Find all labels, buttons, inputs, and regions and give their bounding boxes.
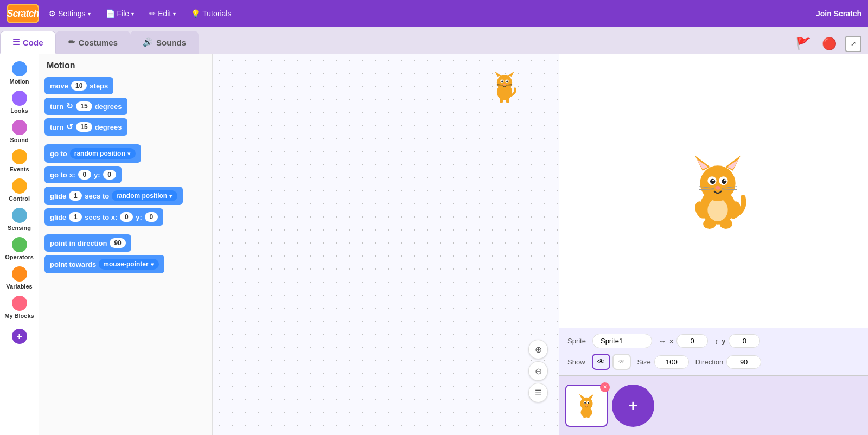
code-area[interactable]: ⊕ ⊖ ☰: [213, 54, 559, 435]
categories-sidebar: Motion Looks Sound Events Control Sensin…: [0, 54, 39, 435]
control-color-dot: [12, 178, 27, 194]
motion-label: Motion: [9, 78, 29, 85]
y-coord-group: ↕ y: [714, 334, 760, 348]
block-glide-xy[interactable]: glide 1 secs to x: 0 y: 0: [44, 208, 163, 226]
edit-menu[interactable]: ✏ Edit ▾: [144, 6, 181, 21]
block-goto-random[interactable]: go to random position: [44, 144, 141, 163]
tab-sounds[interactable]: 🔊 Sounds: [130, 31, 199, 54]
file-menu[interactable]: 📄 File ▾: [100, 6, 140, 21]
x-input[interactable]: [676, 334, 708, 348]
block-row-glide-xy: glide 1 secs to x: 0 y: 0: [44, 208, 207, 226]
size-input[interactable]: [654, 355, 689, 369]
direction-group: Direction: [695, 355, 761, 369]
zoom-in-button[interactable]: ⊕: [528, 340, 548, 359]
y-arrow-icon: ↕: [714, 337, 718, 346]
block-move-steps[interactable]: move 10 steps: [44, 77, 113, 94]
tutorials-btn[interactable]: 💡 Tutorials: [186, 6, 237, 21]
block-glide-random[interactable]: glide 1 secs to random position: [44, 187, 183, 205]
block-turn-left[interactable]: turn ↺ 15 degrees: [44, 118, 127, 136]
block-turn-right[interactable]: turn ↻ 15 degrees: [44, 98, 127, 115]
right-panel: Sprite ↔ x ↕ y Show 👁 👁: [559, 54, 868, 435]
svg-point-27: [724, 179, 726, 181]
stage-controls: 🚩 🔴 ⤢: [199, 34, 868, 54]
svg-point-17: [700, 165, 735, 201]
green-flag-button[interactable]: 🚩: [793, 34, 813, 54]
add-extension-icon: +: [12, 329, 27, 344]
tutorials-icon: 💡: [191, 9, 200, 18]
show-hidden-button[interactable]: 👁: [612, 354, 631, 370]
y-input[interactable]: [729, 334, 760, 348]
sidebar-item-control[interactable]: Control: [2, 176, 37, 204]
sidebar-item-sound[interactable]: Sound: [2, 117, 37, 145]
svg-point-28: [715, 186, 720, 190]
sprite-in-code-area: [487, 69, 522, 106]
fit-button[interactable]: ☰: [528, 383, 548, 402]
svg-point-35: [703, 219, 716, 229]
sprite-thumb-cat-svg: [573, 393, 599, 419]
variables-label: Variables: [6, 283, 32, 290]
operators-color-dot: [12, 237, 27, 252]
block-point-towards[interactable]: point towards mouse-pointer: [44, 255, 164, 273]
svg-rect-10: [506, 99, 509, 103]
main-layout: Motion Looks Sound Events Control Sensin…: [0, 54, 868, 435]
join-scratch-btn[interactable]: Join Scratch: [816, 9, 861, 18]
y-label: y: [722, 337, 725, 345]
file-icon: 📄: [106, 9, 115, 18]
scratch-logo[interactable]: Scratch: [7, 4, 39, 23]
svg-point-7: [506, 80, 508, 82]
sprite-name-row: Sprite ↔ x ↕ y: [567, 334, 859, 348]
zoom-controls: ⊕ ⊖ ☰: [528, 340, 548, 402]
tab-costumes[interactable]: ✏ Costumes: [56, 31, 131, 54]
fit-icon: ☰: [535, 388, 542, 397]
block-goto-xy[interactable]: go to x: 0 y: 0: [44, 166, 122, 183]
sidebar-item-events[interactable]: Events: [2, 146, 37, 175]
add-extension-btn[interactable]: +: [2, 322, 37, 350]
sidebar-item-myblocks[interactable]: My Blocks: [2, 293, 37, 321]
scratch-cat-small: [487, 69, 522, 104]
block-row-glide-random: glide 1 secs to random position: [44, 187, 207, 205]
svg-point-45: [586, 405, 588, 406]
svg-point-1: [497, 75, 512, 90]
direction-label: Direction: [695, 358, 723, 366]
stage-cat: [680, 153, 756, 229]
events-label: Events: [9, 166, 29, 172]
costume-icon: ✏: [68, 37, 75, 47]
sidebar-item-operators[interactable]: Operators: [2, 234, 37, 263]
show-visible-button[interactable]: 👁: [592, 354, 610, 370]
block-row-goto-xy: go to x: 0 y: 0: [44, 166, 207, 183]
blocks-category-title: Motion: [44, 61, 207, 71]
block-point-direction[interactable]: point in direction 90: [44, 234, 131, 252]
sprite-thumbnail-1[interactable]: ✕: [565, 385, 608, 427]
sidebar-item-variables[interactable]: Variables: [2, 264, 37, 292]
svg-point-26: [712, 179, 714, 181]
motion-color-dot: [12, 61, 27, 76]
svg-point-16: [707, 199, 727, 221]
sidebar-item-motion[interactable]: Motion: [2, 59, 37, 87]
fullscreen-button[interactable]: ⤢: [845, 36, 861, 52]
sensing-color-dot: [12, 208, 27, 223]
events-color-dot: [12, 149, 27, 164]
zoom-out-button[interactable]: ⊖: [528, 361, 548, 381]
settings-chevron: ▾: [88, 11, 91, 17]
stage-area[interactable]: [559, 54, 868, 328]
stop-button[interactable]: 🔴: [819, 34, 839, 54]
zoom-out-icon: ⊖: [535, 366, 542, 376]
sidebar-item-sensing[interactable]: Sensing: [2, 205, 37, 233]
svg-marker-2: [495, 71, 501, 77]
direction-input[interactable]: [726, 355, 761, 369]
sidebar-item-looks[interactable]: Looks: [2, 88, 37, 116]
block-row-turn-left: turn ↺ 15 degrees: [44, 118, 207, 136]
delete-sprite-button[interactable]: ✕: [600, 382, 610, 392]
x-arrow-icon: ↔: [659, 337, 666, 346]
tab-code[interactable]: ☰ Code: [0, 31, 56, 54]
operators-label: Operators: [5, 254, 34, 260]
block-row-turn-right: turn ↻ 15 degrees: [44, 98, 207, 115]
sprite-label: Sprite: [567, 337, 586, 345]
myblocks-color-dot: [12, 296, 27, 311]
file-chevron: ▾: [131, 11, 134, 17]
sprite-name-input[interactable]: [592, 334, 652, 348]
block-row-goto-random: go to random position: [44, 144, 207, 163]
add-sprite-button[interactable]: +: [612, 385, 654, 427]
svg-rect-9: [500, 99, 503, 103]
settings-menu[interactable]: ⚙ Settings ▾: [43, 6, 96, 21]
